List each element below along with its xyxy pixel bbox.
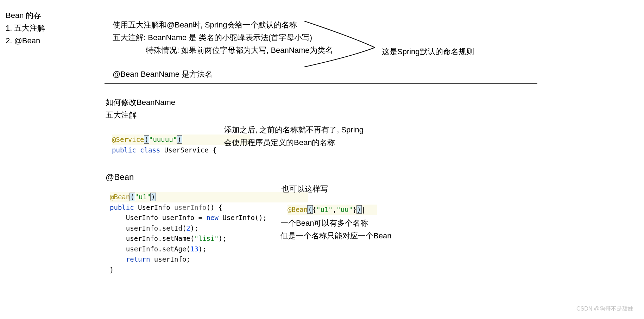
c2l6b: );: [198, 245, 207, 253]
c3s2: "uu": [336, 206, 353, 213]
c2l3a: UserInfo userInfo =: [110, 214, 207, 221]
top-line1: 使用五大注解和@Bean时, Spring会给一个默认的名称: [113, 18, 297, 31]
sidebar-item-2: 2. @Bean: [6, 35, 40, 47]
ann-service: @Service: [112, 136, 144, 143]
c2l4b: );: [190, 224, 198, 232]
kw-new: new: [207, 214, 219, 221]
c2l4n: 2: [186, 224, 190, 232]
note2b: 一个Bean可以有多个名称: [280, 217, 368, 230]
watermark: CSDN @狗哥不是甜妹: [576, 305, 633, 313]
c3s1: "u1": [316, 206, 333, 213]
note2c: 但是一个名称只能对应一个Bean: [280, 229, 391, 242]
sidebar-title: Bean 的存: [6, 9, 42, 21]
c2l3b: UserInfo();: [219, 214, 267, 221]
note2a: 也可以这样写: [282, 182, 328, 195]
section2-sub1: 五大注解: [106, 108, 137, 121]
c2l8: }: [110, 266, 114, 274]
ann-bean: @Bean: [110, 193, 130, 201]
c2rest: () {: [207, 204, 223, 211]
c2l4a: userInfo.setId(: [110, 224, 186, 232]
c2l5a: userInfo.setName(: [110, 234, 194, 242]
c2name: userInfo: [174, 204, 207, 211]
c2type: UserInfo: [134, 204, 174, 211]
code-bean-multi: @Bean({"u1","uu"})|: [288, 194, 377, 215]
divider: [105, 83, 537, 84]
ann-bean2: @Bean: [288, 206, 308, 213]
code-bean-method: @Bean("u1") public UserInfo userInfo() {…: [110, 182, 308, 275]
kw-public2: public: [110, 204, 134, 211]
code1-rest: UserService {: [160, 146, 216, 154]
note1a: 添加之后, 之前的名称就不再有了, Spring: [224, 123, 364, 136]
q2: ": [173, 136, 177, 143]
c3comma: ,: [333, 206, 336, 213]
c2val: u1: [139, 193, 147, 201]
kw-class: class: [136, 146, 160, 154]
c2l6a: userInfo.setAge(: [110, 245, 190, 253]
c2q1: ": [135, 193, 139, 201]
code1-val: uuuuu: [153, 136, 173, 143]
c2l5s: "lisi": [194, 234, 219, 242]
bracket-icon: [303, 19, 380, 69]
top-line2: 五大注解: BeanName 是 类名的小驼峰表示法(首字母小写): [113, 31, 312, 44]
c2l5b: );: [219, 234, 227, 242]
c2l6n: 13: [190, 245, 198, 253]
sidebar-item-1: 1. 五大注解: [6, 22, 45, 34]
top-line4: @Bean BeanName 是方法名: [113, 68, 213, 81]
note1b: 会使用程序员定义的Bean的名称: [224, 136, 335, 149]
kw-public: public: [112, 146, 136, 154]
q1: ": [149, 136, 153, 143]
callout-text: 这是Spring默认的命名规则: [382, 45, 474, 58]
c2l7b: userInfo;: [150, 255, 190, 263]
kw-return: return: [110, 255, 150, 263]
c2q2: ": [147, 193, 151, 201]
section2-title: 如何修改BeanName: [106, 96, 175, 109]
